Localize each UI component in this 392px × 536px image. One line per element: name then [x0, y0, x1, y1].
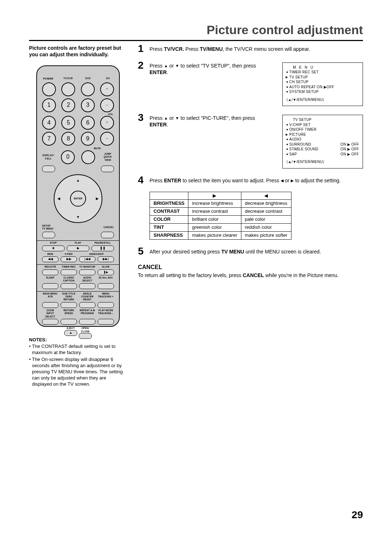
- label-cc: CLOSED CAPTION: [61, 276, 77, 283]
- label-rew: REW: [42, 253, 58, 256]
- r5-2-button[interactable]: [79, 319, 95, 325]
- osd-item: ON/OFF TIMER: [289, 127, 359, 132]
- r4-3-button[interactable]: [98, 302, 114, 308]
- num-3-button[interactable]: 3: [81, 98, 95, 112]
- skip-back-button[interactable]: |◀◀: [79, 256, 95, 262]
- note-item: The CONTRAST default setting is set to m…: [29, 344, 127, 356]
- step-number: 5: [138, 246, 146, 256]
- arrow-right-icon: ▶: [96, 196, 99, 201]
- label-timerrec: TIMER REC: [61, 265, 77, 268]
- vol-down-button[interactable]: –: [100, 132, 114, 146]
- row-head: TINT: [150, 224, 188, 232]
- num-4-button[interactable]: 4: [42, 116, 56, 130]
- label-vol: VOL: [42, 113, 113, 116]
- play-button[interactable]: ▶: [67, 245, 89, 251]
- r5-0-button[interactable]: [42, 319, 58, 325]
- rec-button[interactable]: [42, 269, 58, 275]
- r4-2-button[interactable]: [79, 302, 95, 308]
- label-jump: JUMP QUICK VIEW: [102, 153, 114, 162]
- enter-button[interactable]: ENTER: [70, 191, 86, 207]
- adjustment-table: ▶ ◀ BRIGHTNESSincrease brightnessdecreas…: [150, 192, 291, 240]
- note-item: The On-screen display will disappear 6 s…: [29, 357, 127, 387]
- eject-button[interactable]: ▲: [64, 330, 77, 336]
- cancel-text: To return all setting to the factory lev…: [138, 272, 363, 279]
- label-index: INDEX/SKIP: [79, 253, 114, 256]
- label-mute: MUTE: [42, 147, 101, 150]
- osd-title: TV SETUP: [293, 117, 359, 122]
- step-number: 3: [138, 113, 146, 123]
- row-head: CONTRAST: [150, 208, 188, 216]
- adv30-button[interactable]: [98, 283, 114, 289]
- step-number: 4: [138, 175, 146, 185]
- step-3-text: Press ▲ or ▼ to select "PIC-TURE", then …: [150, 115, 275, 128]
- r4-1-button[interactable]: [61, 302, 77, 308]
- osd-tv-setup: TV SETUP V-CHIP SET ON/OFF TIMER PICTURE…: [282, 115, 363, 168]
- num-6-button[interactable]: 6: [81, 116, 95, 130]
- setup-button[interactable]: [42, 232, 55, 238]
- power-button[interactable]: [42, 82, 56, 96]
- ch-down-button[interactable]: –: [100, 98, 114, 112]
- osd-item: AUTO REPEAT ON ▶OFF: [289, 85, 359, 90]
- page-title: Picture control adjustment: [29, 22, 363, 41]
- label-power: POWER: [42, 77, 54, 80]
- num-1-button[interactable]: 1: [42, 98, 56, 112]
- num-2-button[interactable]: 2: [61, 98, 75, 112]
- osd-item: TIMER REC SET: [289, 70, 359, 75]
- label-stop: STOP: [42, 241, 65, 244]
- num-8-button[interactable]: 8: [61, 132, 75, 146]
- osd-menu: M E N U TIMER REC SET TV SETUP CH SETUP …: [282, 62, 363, 106]
- r5-3-button[interactable]: [98, 319, 114, 325]
- osd-item: AUDIO: [289, 137, 359, 142]
- r4-0-button[interactable]: [42, 302, 58, 308]
- label-r5-0: ZOOM INPUT SELECT: [42, 309, 58, 318]
- ch-up-button[interactable]: +: [100, 82, 114, 96]
- cc-button[interactable]: [61, 283, 77, 289]
- display-button[interactable]: [42, 166, 55, 172]
- step-number: 2: [138, 60, 146, 70]
- tvmonitor-button[interactable]: [79, 269, 95, 275]
- osd-item: SAPON ▶ OFF: [289, 152, 359, 157]
- skip-fwd-button[interactable]: ▶▶|: [98, 256, 114, 262]
- intro-text: Picture controls are factory preset but …: [29, 45, 123, 58]
- num-5-button[interactable]: 5: [61, 116, 75, 130]
- osd-item: SURROUNDON ▶ OFF: [289, 142, 359, 147]
- tvvcr-button[interactable]: [61, 82, 75, 96]
- mute-button[interactable]: [81, 150, 95, 164]
- num-9-button[interactable]: 9: [81, 132, 95, 146]
- audio-button[interactable]: [79, 283, 95, 289]
- open-button[interactable]: [79, 333, 92, 339]
- slow-button[interactable]: ❚▶: [98, 269, 114, 275]
- label-setup: SETUP TV MENU: [42, 224, 57, 231]
- label-ch: CH: [102, 77, 114, 80]
- notes-list: The CONTRAST default setting is set to m…: [29, 344, 127, 387]
- sleep-button[interactable]: [42, 283, 58, 289]
- ffwd-button[interactable]: ▶▶: [61, 256, 77, 262]
- label-display: DISPLAY/ CALL: [42, 154, 54, 160]
- vol-up-button[interactable]: +: [100, 116, 114, 130]
- label-eject: EJECT: [64, 327, 77, 330]
- stop-button[interactable]: ■: [42, 245, 65, 251]
- remote-illustration: POWER TV/VCR DVD CH + 1 2 3 – VOL 4 5: [36, 65, 120, 327]
- num-7-button[interactable]: 7: [42, 132, 56, 146]
- pause-button[interactable]: ❚❚: [91, 245, 114, 251]
- step-2-text: Press ▲ or ▼ to select "TV SETUP", then …: [150, 62, 275, 76]
- osd-item: SYSTEM SETUP: [289, 89, 359, 94]
- cancel-button[interactable]: [101, 232, 114, 238]
- jump-button[interactable]: [101, 166, 114, 172]
- step-4-text: Press ENTER to select the item you want …: [150, 175, 363, 184]
- step-5-text: After your desired setting press TV MENU…: [150, 246, 363, 255]
- table-cell: increase brightness: [188, 200, 241, 208]
- osd-item-selected: TV SETUP: [289, 75, 359, 80]
- table-cell: brilliant color: [188, 216, 241, 224]
- num-0-button[interactable]: 0: [61, 150, 75, 164]
- dvd-button[interactable]: [81, 82, 95, 96]
- label-rec: REC/OTR: [42, 265, 58, 268]
- row-head: COLOR: [150, 216, 188, 224]
- table-cell: makes picture softer: [241, 232, 291, 240]
- timerrec-button[interactable]: [61, 269, 77, 275]
- dpad[interactable]: ▲ ▼ ◀ ▶ ENTER: [54, 174, 102, 223]
- label-30sec: 30 Sec ADV: [98, 276, 114, 283]
- rew-button[interactable]: ◀◀: [42, 256, 58, 262]
- r5-1-button[interactable]: [61, 319, 77, 325]
- label-r4-2: ANGLE COUNTER RESET: [79, 292, 95, 301]
